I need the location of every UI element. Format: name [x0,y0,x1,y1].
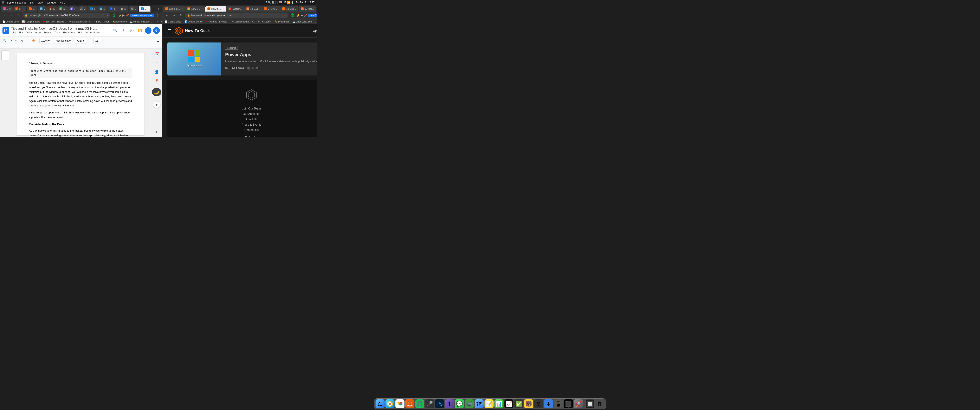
tab-pa[interactable]: P pa... [108,6,118,11]
docs-menu-format[interactable]: Format [43,31,53,34]
more-toolbar-button[interactable]: ⋮ [108,38,113,44]
footer-link-audience[interactable]: Our Audience [243,112,260,116]
tab-15mac[interactable]: H 15 Mac... [299,6,316,11]
pip-icon[interactable]: ⊡ [106,14,108,17]
url-text-right[interactable]: howtogeek.com/search/?q=app+expose [191,14,283,16]
ext-icon1-right[interactable]: ⚡ [296,14,300,17]
tab-mission[interactable]: 🍎 Mission... [226,6,244,11]
bookmark-star[interactable]: ☆ [103,14,105,17]
tab-li[interactable]: Li Li... [97,6,107,11]
bookmark-youtube[interactable]: ▶ YouTube - Broadc... [43,20,67,23]
contacts-panel-icon[interactable]: 👤 [153,68,161,76]
dark-mode-toggle[interactable]: 🌙 [152,88,161,96]
tab-em[interactable]: E Em [47,6,57,11]
zoom-selector[interactable]: 100% ▾ [40,38,51,44]
font-selector[interactable]: Arial ▾ [75,38,86,44]
tab-close-how-the[interactable]: ✕ [223,8,224,10]
share-button[interactable]: 👤 [145,27,151,34]
docs-menu-extensions[interactable]: Extensions [62,31,76,34]
htg-hamburger-menu[interactable]: ☰ [167,28,171,33]
font-size-selector[interactable]: 11 [94,38,100,44]
app-name[interactable]: System Settings [7,1,26,4]
htg-signin-button[interactable]: Sign In Now 👤 [312,28,317,34]
bookmark-sheets[interactable]: 📊 Google Sheets [21,20,41,23]
back-button-right[interactable]: ← [164,13,170,18]
tab-sp[interactable]: S Sp... [57,6,68,11]
search-replace-button[interactable]: 🔍 [2,38,8,44]
tab-close-new-to[interactable]: ✕ [202,8,203,10]
footer-link-contact[interactable]: Contact Us [244,128,259,131]
bookmark-youtube-r[interactable]: ▶ YouTube - Broadc... [205,20,229,23]
ext-icon3-right[interactable]: 📌 [304,14,307,17]
tab-ran[interactable]: r ran... ✕ [13,6,26,11]
add-addon-button[interactable]: + [153,101,161,108]
bookmark-videocardz[interactable]: 💻 VideoCardz.com -... [129,20,154,23]
search-in-docs-button[interactable]: 🔍 [112,27,118,34]
footer-link-about[interactable]: About Us [246,117,258,121]
edit-menu[interactable]: Edit [30,1,34,4]
tab-fal[interactable]: F Fal [68,6,78,11]
address-bar[interactable]: 🔒 docs.google.com/document/d/1IWr6B1hK-h… [23,13,110,18]
tab-ap[interactable]: AP AP [78,6,88,11]
extension-icon3[interactable]: 📌 [126,14,129,17]
apple-menu[interactable]:  [3,1,4,4]
tab-new-to[interactable]: H New to... ✕ [185,6,205,11]
new-tab-button[interactable]: + [151,6,155,11]
tab-n[interactable]: N N... [118,6,128,11]
docs-menu-insert[interactable]: Insert [33,31,42,34]
spell-check-button[interactable]: ✓ [25,38,30,44]
forward-button[interactable]: → [9,13,14,18]
url-text[interactable]: docs.google.com/document/d/1IWr6B1hK-hkO… [29,14,101,16]
tab-close-app-expo[interactable]: ✕ [181,8,183,10]
bookmark-google-docs[interactable]: 📄 Google Docs [2,20,20,23]
new-chrome-badge-right[interactable]: New Chrome available [308,14,317,17]
docs-page-area[interactable]: following in Terminal: defaults write co… [10,49,151,137]
tab-7power[interactable]: H 7 Power... [262,6,280,11]
footer-link-press[interactable]: Press & Events [242,123,261,126]
bookmark-sheets-r[interactable]: 📊 Google Sheets [184,20,204,23]
tab-menu-button[interactable]: ⋮ [156,6,161,11]
window-menu[interactable]: Window [47,1,56,4]
bookmark-star-right[interactable]: ☆ [284,14,286,17]
user-avatar[interactable]: G [153,27,160,34]
back-button[interactable]: ← [2,13,8,18]
refresh-button[interactable]: ↻ [16,13,21,18]
font-size-decrease[interactable]: − [89,38,93,44]
redo-button[interactable]: ↪ [14,38,19,44]
tasks-panel-icon[interactable]: ✓ [153,59,161,67]
extension-icon2[interactable]: ▶ [123,14,125,17]
voice-button[interactable]: 🎙 [120,27,127,34]
recent-activity-button[interactable]: 🕐 [128,27,135,34]
forward-button-right[interactable]: → [171,13,177,18]
address-bar-right[interactable]: 🔒 howtogeek.com/search/?q=app+expose ☆ [185,13,288,18]
bookmark-google-docs-r[interactable]: 📄 Google Docs [164,20,182,23]
tab-close-sky[interactable]: ✕ [9,8,11,10]
bookmark-benchmark[interactable]: 📏 Benchmark [111,20,128,23]
docs-menu-edit[interactable]: Edit [18,31,25,34]
docs-menu-tools[interactable]: Tools [53,31,62,34]
style-selector[interactable]: Normal text ▾ [54,38,72,44]
docs-menu-view[interactable]: View [25,31,33,34]
more-menu-button[interactable]: ⋮ [155,13,161,18]
profile-badge[interactable]: 💲 [112,13,116,17]
tab-how-the[interactable]: H How the... ✕ [205,6,226,11]
bookmark-eurogamer[interactable]: 🎮 Eurogamer.net - V... [68,20,93,23]
tab-12sing[interactable]: H 12 Singl... [280,6,299,11]
profile-badge-right[interactable]: 💲 [290,13,295,17]
view-menu[interactable]: View [38,1,43,4]
all-bookmarks[interactable]: All Bookmarks [161,20,162,23]
tab-col[interactable]: C Col [129,6,138,11]
bookmark-benchmark-r[interactable]: 📏 Benchmark [274,20,290,23]
expand-nav-button[interactable]: › [153,128,161,135]
calendar-panel-icon[interactable]: 📅 [153,50,161,58]
bookmarks-more[interactable]: » [156,20,159,23]
font-size-increase[interactable]: + [101,38,105,44]
extension-icon1[interactable]: ⚡ [118,14,122,17]
tab-gdocs[interactable]: G G... ✕ [139,6,151,11]
bookmark-eurogamer-r[interactable]: 🎮 Eurogamer.net - V... [231,20,255,23]
present-button[interactable]: 🎦 [137,27,143,34]
help-menu[interactable]: Help [59,1,65,4]
tab-close-ran[interactable]: ✕ [22,8,24,10]
docs-menu-help[interactable]: Help [77,31,84,34]
tab-10[interactable]: 10 10 [88,6,97,11]
